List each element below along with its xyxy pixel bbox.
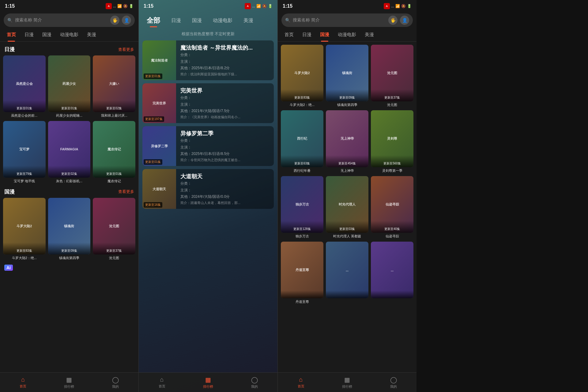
home-label-middle: 首页: [159, 384, 165, 389]
tab-home-right[interactable]: 首页: [280, 28, 298, 42]
r-anime-title-10: 丹道至尊: [281, 298, 323, 305]
search-right-icons-left: 🖐 👤: [110, 16, 131, 25]
r-anime-card-9[interactable]: 仙迹寻踪 更新至40集: [371, 176, 413, 233]
rank-icon-right: ▦: [344, 376, 350, 383]
battery-icon-left: 🔋: [129, 4, 134, 8]
tab-japanese-middle[interactable]: 日漫: [166, 14, 186, 27]
ranking-cast-2: 主演：: [180, 101, 270, 108]
battery-icon-middle: 🔋: [268, 4, 273, 8]
ranking-item-2[interactable]: 完美世界 更新至197集 完美世界 分类： 主演： 其他：2021年/大陆/国语…: [142, 83, 274, 123]
signal-icon-left: 📶: [117, 4, 122, 8]
status-time-left: 1:15: [5, 3, 15, 9]
bottom-nav-mine-left[interactable]: ◯ 我的: [106, 376, 125, 389]
tab-chinese-left[interactable]: 国漫: [38, 28, 56, 42]
anime-title-2: 药屋少女的呢喃...: [48, 112, 91, 119]
tab-home-left[interactable]: 首页: [2, 28, 20, 42]
anime-card-5[interactable]: FARMAGIA 更新至02集: [48, 121, 91, 178]
r-anime-badge-12: [371, 291, 413, 298]
search-bar-left[interactable]: 🔍 搜索名称 简介 🖐 👤: [4, 13, 135, 27]
bottom-nav-rank-left[interactable]: ▦ 排行榜: [60, 376, 78, 389]
ranking-title-1: 魔法制造者 ～异世界魔法的...: [180, 44, 270, 51]
bottom-nav-home-right[interactable]: ⌂ 首页: [292, 376, 310, 389]
anime-title-7: 斗罗大陆2：绝...: [3, 254, 46, 261]
tab-japanese-left[interactable]: 日漫: [20, 28, 38, 42]
home-icon-middle: ⌂: [160, 376, 164, 383]
search-scan-btn-left[interactable]: 🖐: [110, 16, 119, 25]
section-header-japanese: 日漫 查看更多: [0, 42, 138, 55]
ranking-meta-2: 分类： 主演： 其他：2021年/大陆/国语/7.5分: [180, 95, 270, 115]
ranking-item-1[interactable]: 魔法制造者 更新至01集 魔法制造者 ～异世界魔法的... 分类： 主演： 其他…: [142, 40, 274, 80]
card-wrapper-6: 魔农传记 更新至01集 魔农传记: [93, 121, 135, 184]
bottom-nav-rank-right[interactable]: ▦ 排行榜: [338, 376, 356, 389]
r-anime-card-6[interactable]: 灵剑尊 更新至560集: [371, 110, 413, 167]
r-anime-card-10[interactable]: 丹道至尊: [281, 242, 323, 298]
r-anime-title-6: 灵剑尊第一季: [371, 167, 413, 174]
ranking-title-2: 完美世界: [180, 87, 270, 94]
status-icons-middle: A ... 📶 🔕 🔋: [245, 3, 273, 9]
anime-title-1: 虽然是公会的前...: [3, 112, 46, 119]
poster-badge-2: 更新至197集: [144, 116, 164, 122]
ranking-desc-3: 简介：令世间万物为之恐惧的魔王被击...: [180, 158, 270, 162]
tab-all-middle[interactable]: 全部: [142, 14, 165, 27]
bottom-nav-home-middle[interactable]: ⌂ 首页: [153, 376, 171, 389]
ranking-category-3: 分类：: [180, 138, 270, 144]
r-anime-card-11[interactable]: ...: [326, 242, 368, 298]
ranking-meta-3: 分类： 主演： 其他：2025年/日本/日语/8.5分: [180, 138, 270, 157]
tab-western-left[interactable]: 美漫: [83, 28, 100, 42]
anime-card-2[interactable]: 药屋少女 更新至01集: [48, 55, 91, 112]
tab-western-middle[interactable]: 美漫: [239, 14, 258, 27]
nav-tabs-middle: 全部 日漫 国漫 动漫电影 美漫: [139, 12, 277, 29]
search-voice-btn-right[interactable]: 👤: [400, 16, 409, 25]
r-anime-card-1[interactable]: 斗罗大陆2 更新至83集: [281, 45, 323, 101]
mine-icon-middle: ◯: [251, 376, 258, 383]
tab-chinese-middle[interactable]: 国漫: [187, 14, 207, 27]
anime-card-6[interactable]: 魔农传记 更新至01集: [93, 121, 135, 178]
ranking-item-3[interactable]: 异修罗二季 更新至01集 异修罗第二季 分类： 主演： 其他：2025年/日本/…: [142, 126, 274, 166]
r-card-wrapper-1: 斗罗大陆2 更新至83集 斗罗大陆2：绝...: [281, 45, 323, 108]
r-anime-title-12: [371, 298, 413, 300]
tab-movie-middle[interactable]: 动漫电影: [208, 14, 237, 27]
search-voice-btn-left[interactable]: 👤: [122, 16, 131, 25]
r-anime-card-7[interactable]: 独步万古 更新至128集: [281, 176, 323, 233]
anime-card-1[interactable]: 虽然是公会 更新至01集: [3, 55, 46, 112]
anime-card-8[interactable]: 镇魂街 更新至09集: [48, 198, 91, 254]
ranking-desc-1: 简介：统治利斯提亚国际领地的下级...: [180, 72, 270, 77]
r-anime-card-8[interactable]: 时光代理人 更新至03集: [326, 176, 368, 233]
anime-badge-7: 更新至83集: [3, 243, 46, 254]
r-anime-card-3[interactable]: 沧元图 更新至37集: [371, 45, 413, 101]
r-anime-badge-2: 更新至09集: [326, 89, 368, 101]
tab-movie-right[interactable]: 动漫电影: [334, 28, 360, 42]
search-scan-btn-right[interactable]: 🖐: [388, 16, 398, 25]
card-wrapper-1: 虽然是公会 更新至01集 虽然是公会的前...: [3, 55, 46, 119]
ranking-subtitle: 根据当前热度整理 不定时更新: [139, 29, 277, 40]
ranking-meta-1: 分类： 主演： 其他：2025年/日本/日语/8.2分: [180, 52, 270, 72]
tab-chinese-right[interactable]: 国漫: [316, 28, 334, 42]
section-more-chinese[interactable]: 查看更多: [118, 189, 134, 194]
anime-title-3: 我和班上最讨厌...: [93, 112, 135, 119]
section-more-japanese[interactable]: 查看更多: [118, 47, 134, 52]
r-anime-card-4[interactable]: 西行纪 更新至63集: [281, 110, 323, 167]
bottom-nav-mine-middle[interactable]: ◯ 我的: [245, 376, 264, 389]
section-title-japanese: 日漫: [4, 46, 15, 53]
r-anime-card-2[interactable]: 镇魂街 更新至09集: [326, 45, 368, 101]
search-bar-right[interactable]: 🔍 搜索名称 简介 🖐 👤: [281, 13, 413, 27]
r-anime-title-11: [326, 298, 368, 300]
tab-japanese-right[interactable]: 日漫: [298, 28, 316, 42]
anime-card-9[interactable]: 沧元图 更新至37集: [93, 198, 135, 254]
ranking-item-4[interactable]: 大道朝天 更新至16集 大道朝天 分类： 主演： 其他：2024年/大陆/国语/…: [142, 169, 274, 209]
tab-movie-left[interactable]: 动漫电影: [56, 28, 83, 42]
r-anime-card-5[interactable]: 无上神帝 更新至454集: [326, 110, 368, 167]
anime-card-7[interactable]: 斗罗大陆2 更新至83集: [3, 198, 46, 254]
r-anime-card-12[interactable]: ...: [371, 242, 413, 298]
bottom-nav-right: ⌂ 首页 ▦ 排行榜 ◯ 我的: [278, 372, 417, 392]
r-anime-title-4: 西行纪年番: [281, 167, 323, 174]
anime-card-4[interactable]: 宝可梦 更新至79集: [3, 121, 46, 178]
bottom-nav-rank-middle[interactable]: ▦ 排行榜: [199, 376, 217, 389]
anime-badge-6: 更新至01集: [93, 166, 135, 178]
anime-card-3[interactable]: 大嫌い 更新至02集: [93, 55, 135, 112]
bottom-nav-home-left[interactable]: ⌂ 首页: [14, 376, 32, 389]
tab-western-right[interactable]: 美漫: [360, 28, 378, 42]
status-dots-left: ...: [113, 4, 116, 8]
bottom-nav-mine-right[interactable]: ◯ 我的: [384, 376, 403, 389]
home-label-right: 首页: [298, 384, 304, 389]
